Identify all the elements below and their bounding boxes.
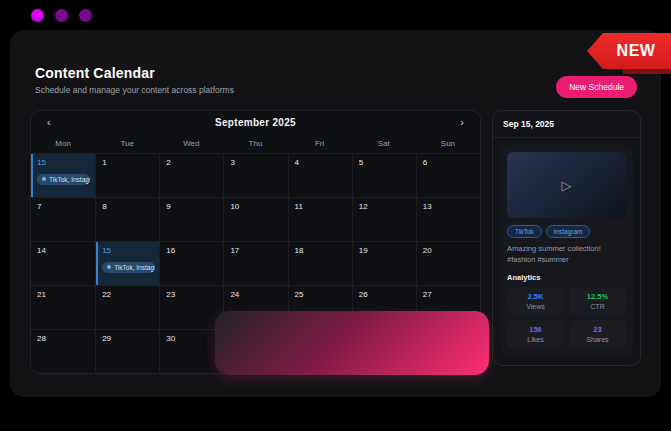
event-chip[interactable]: TikTok, Instagra... [359, 350, 411, 361]
day-number: 18 [295, 246, 350, 255]
stat-label: CTR [571, 303, 624, 310]
video-preview[interactable]: ▷ [507, 152, 626, 218]
page-title: Content Calendar [35, 65, 155, 81]
day-number: 21 [37, 290, 93, 299]
new-schedule-button[interactable]: New Schedule [556, 76, 637, 98]
day-number: 4 [295, 158, 350, 167]
calendar-day-cell[interactable]: 3 [223, 153, 287, 197]
day-number: 6 [423, 158, 478, 167]
calendar-day-cell[interactable]: 29 [95, 329, 159, 373]
event-chip[interactable]: TikTok, Instagra... [423, 350, 475, 361]
day-number: 25 [295, 290, 350, 299]
calendar-day-cell[interactable]: 23 [159, 285, 223, 329]
platform-dot-icon [235, 353, 239, 357]
calendar-widget: ‹ September 2025 › Mon Tue Wed Thu Fri S… [30, 110, 481, 374]
day-number: 15 [359, 334, 414, 343]
calendar-day-cell[interactable]: 20 [416, 241, 480, 285]
stat-label: Shares [571, 336, 624, 343]
day-number: 26 [359, 290, 414, 299]
play-icon[interactable]: ▷ [562, 178, 572, 193]
day-number: 12 [359, 202, 414, 211]
page-subtitle: Schedule and manage your content across … [35, 85, 234, 95]
dow-label: Sun [416, 133, 480, 153]
calendar-day-cell[interactable]: 16 [159, 241, 223, 285]
month-label: September 2025 [31, 117, 480, 128]
calendar-day-cell[interactable]: 5 [352, 153, 416, 197]
platform-dot-icon [364, 353, 368, 357]
day-number: 23 [166, 290, 221, 299]
event-chip-label: TikTok, Instagra... [307, 352, 347, 359]
calendar-day-cell[interactable]: 17 [223, 241, 287, 285]
dow-label: Fri [288, 133, 352, 153]
calendar-day-cell[interactable]: 12 [352, 197, 416, 241]
calendar-day-cell[interactable]: 4 [288, 153, 352, 197]
day-number: 15 [102, 246, 157, 255]
stat-value: 12.5% [571, 292, 624, 301]
event-chip[interactable]: TikTok, Instagra... [230, 350, 282, 361]
event-chip[interactable]: TikTok, Instagra... [37, 174, 90, 185]
calendar-day-cell[interactable]: 27 [416, 285, 480, 329]
day-number: 10 [230, 202, 285, 211]
day-number: 16 [166, 246, 221, 255]
calendar-header: ‹ September 2025 › [31, 111, 480, 133]
post-preview-card: ▷ TikTok Instagram Amazing summer collec… [500, 145, 633, 355]
stat-value: 23 [571, 325, 624, 334]
calendar-day-cell[interactable]: 15TikTok, Instagra... [416, 329, 480, 373]
calendar-day-cell[interactable]: 15TikTok, Instagra... [352, 329, 416, 373]
calendar-day-cell[interactable]: 1 [95, 153, 159, 197]
calendar-day-cell[interactable]: 9 [159, 197, 223, 241]
calendar-day-cell[interactable]: 8 [95, 197, 159, 241]
stat-value: 2.5K [509, 292, 562, 301]
calendar-day-cell[interactable]: 18 [288, 241, 352, 285]
window-dot-icon[interactable] [31, 9, 44, 22]
calendar-day-cell[interactable]: 2 [159, 153, 223, 197]
stat-ctr: 12.5% CTR [569, 287, 626, 315]
day-number: 30 [166, 334, 221, 343]
new-ribbon-badge: NEW [587, 33, 671, 69]
day-number: 15 [295, 334, 350, 343]
dow-label: Wed [159, 133, 223, 153]
calendar-day-cell[interactable]: 21 [31, 285, 95, 329]
calendar-day-cell[interactable]: 19 [352, 241, 416, 285]
dow-label: Thu [223, 133, 287, 153]
badge-tiktok[interactable]: TikTok [507, 225, 542, 238]
calendar-day-cell[interactable]: 10 [223, 197, 287, 241]
event-chip[interactable]: TikTok, Instagra... [295, 350, 347, 361]
calendar-day-cell[interactable]: 15TikTok, Instagra... [288, 329, 352, 373]
badge-instagram[interactable]: Instagram [546, 225, 591, 238]
calendar-day-cell[interactable]: 30 [159, 329, 223, 373]
day-number: 24 [230, 290, 285, 299]
event-chip[interactable]: TikTok, Instagra... [102, 262, 154, 273]
calendar-day-cell[interactable]: 25 [288, 285, 352, 329]
day-number: 9 [166, 202, 221, 211]
calendar-day-cell[interactable]: 7 [31, 197, 95, 241]
window-dot-icon[interactable] [79, 9, 92, 22]
calendar-day-cell[interactable]: 24 [223, 285, 287, 329]
window-dot-icon[interactable] [55, 9, 68, 22]
calendar-day-cell[interactable]: 13 [416, 197, 480, 241]
stat-label: Likes [509, 336, 562, 343]
calendar-day-cell[interactable]: 22 [95, 285, 159, 329]
calendar-day-cell[interactable]: 15TikTok, Instagra... [95, 241, 159, 285]
day-of-week-row: Mon Tue Wed Thu Fri Sat Sun [31, 133, 480, 153]
dow-label: Tue [95, 133, 159, 153]
calendar-day-cell[interactable]: 15TikTok, Instagra... [31, 153, 95, 197]
event-chip-label: TikTok, Instagra... [114, 264, 154, 271]
day-number: 3 [230, 158, 285, 167]
day-number: 19 [359, 246, 414, 255]
calendar-grid: 15TikTok, Instagra...1234567891011121314… [31, 153, 480, 373]
ribbon-fold [623, 69, 671, 74]
day-number: 17 [230, 246, 285, 255]
calendar-day-cell[interactable]: 15TikTok, Instagra... [223, 329, 287, 373]
day-number: 7 [37, 202, 93, 211]
calendar-day-cell[interactable]: 11 [288, 197, 352, 241]
calendar-day-cell[interactable]: 6 [416, 153, 480, 197]
event-chip-label: TikTok, Instagra... [242, 352, 282, 359]
stat-label: Views [509, 303, 562, 310]
calendar-day-cell[interactable]: 28 [31, 329, 95, 373]
day-number: 8 [102, 202, 157, 211]
calendar-day-cell[interactable]: 14 [31, 241, 95, 285]
day-number: 15 [230, 334, 285, 343]
event-chip-label: TikTok, Instagra... [435, 352, 475, 359]
calendar-day-cell[interactable]: 26 [352, 285, 416, 329]
